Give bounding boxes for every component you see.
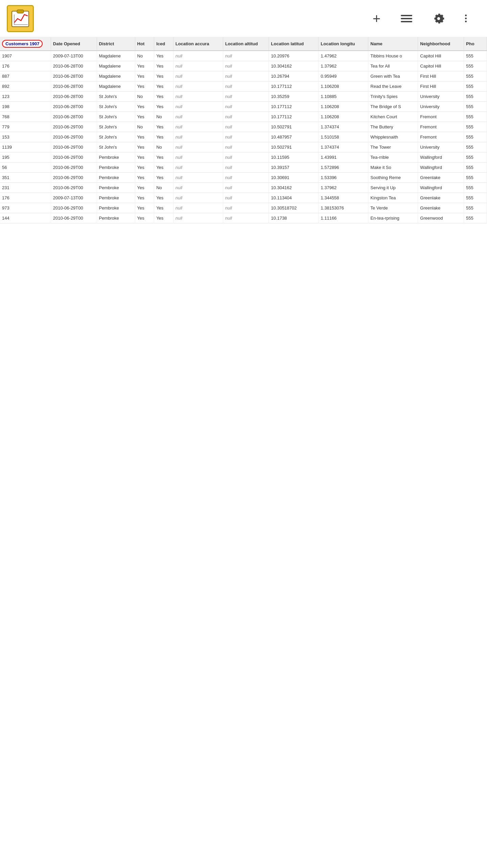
table-row[interactable]: 1762010-06-28T00MagdaleneYesYesnullnull1… <box>0 61 487 71</box>
table-cell: 2010-06-29T00 <box>51 203 97 213</box>
table-cell: null <box>223 173 269 183</box>
col-header-iced[interactable]: Iced <box>154 37 173 51</box>
table-cell: null <box>223 51 269 61</box>
table-cell: null <box>223 163 269 173</box>
table-cell: 153 <box>0 132 51 142</box>
table-cell: 10.487957 <box>269 132 319 142</box>
table-cell: St John's <box>97 112 135 122</box>
table-cell: The Buttery <box>368 122 418 132</box>
table-row[interactable]: 1532010-06-29T00St John'sYesYesnullnull1… <box>0 132 487 142</box>
table-cell: 1907 <box>0 51 51 61</box>
table-cell: Serving it Up <box>368 183 418 193</box>
table-cell: Yes <box>154 213 173 223</box>
table-cell: St John's <box>97 92 135 102</box>
settings-button[interactable] <box>433 13 445 25</box>
col-header-location-altitude[interactable]: Location altitud <box>223 37 269 51</box>
table-cell: 123 <box>0 92 51 102</box>
table-cell: 555 <box>464 112 487 122</box>
table-row[interactable]: 8922010-06-28T00MagdaleneYesYesnullnull1… <box>0 81 487 92</box>
table-cell: 2010-06-29T00 <box>51 213 97 223</box>
table-cell: St John's <box>97 132 135 142</box>
table-row[interactable]: 1232010-06-28T00St John'sNoYesnullnull10… <box>0 92 487 102</box>
table-cell: 2010-06-29T00 <box>51 142 97 152</box>
add-button[interactable]: + <box>373 12 380 25</box>
table-row[interactable]: 11392010-06-29T00St John'sYesNonullnull1… <box>0 142 487 152</box>
table-cell: First Hill <box>418 71 464 81</box>
table-cell: 10.39157 <box>269 163 319 173</box>
table-row[interactable]: 9732010-06-29T00PembrokeYesYesnullnull10… <box>0 203 487 213</box>
table-cell: Magdalene <box>97 81 135 92</box>
col-header-customers[interactable]: Customers 1907 <box>0 37 51 51</box>
customers-table: Customers 1907 Date Opened District Hot … <box>0 37 487 223</box>
table-cell: 555 <box>464 193 487 203</box>
table-cell: 555 <box>464 102 487 112</box>
table-cell: Yes <box>135 173 154 183</box>
table-cell: 10.20976 <box>269 51 319 61</box>
table-cell: Yes <box>135 163 154 173</box>
col-header-neighborhood[interactable]: Neighborhood <box>418 37 464 51</box>
table-row[interactable]: 1762009-07-13T00PembrokeYesYesnullnull10… <box>0 193 487 203</box>
table-cell: null <box>173 112 223 122</box>
col-header-location-latitude[interactable]: Location latitud <box>269 37 319 51</box>
col-header-district[interactable]: District <box>97 37 135 51</box>
table-cell: null <box>173 152 223 163</box>
table-cell: 2010-06-29T00 <box>51 183 97 193</box>
table-cell: The Tower <box>368 142 418 152</box>
table-cell: 10.177112 <box>269 112 319 122</box>
table-cell: Yes <box>135 112 154 122</box>
table-cell: Magdalene <box>97 61 135 71</box>
table-row[interactable]: 3512010-06-29T00PembrokeYesYesnullnull10… <box>0 173 487 183</box>
table-row[interactable]: 2312010-06-29T00PembrokeYesNonullnull10.… <box>0 183 487 193</box>
table-cell: No <box>154 112 173 122</box>
more-button[interactable] <box>465 15 467 22</box>
table-row[interactable]: 1442010-06-29T00PembrokeYesYesnullnull10… <box>0 213 487 223</box>
table-cell: 351 <box>0 173 51 183</box>
table-cell: Yes <box>154 61 173 71</box>
table-cell: null <box>223 92 269 102</box>
col-header-location-accuracy[interactable]: Location accura <box>173 37 223 51</box>
table-cell: 1.344558 <box>319 193 368 203</box>
table-cell: Wallingford <box>418 152 464 163</box>
table-cell: Green with Tea <box>368 71 418 81</box>
col-header-date-opened[interactable]: Date Opened <box>51 37 97 51</box>
table-cell: Yes <box>154 71 173 81</box>
table-row[interactable]: 562010-06-29T00PembrokeYesYesnullnull10.… <box>0 163 487 173</box>
table-cell: 2010-06-28T00 <box>51 61 97 71</box>
table-cell: Pembroke <box>97 193 135 203</box>
table-cell: 892 <box>0 81 51 92</box>
table-row[interactable]: 8872010-06-28T00MagdaleneYesYesnullnull1… <box>0 71 487 81</box>
table-cell: Yes <box>154 51 173 61</box>
table-cell: 555 <box>464 51 487 61</box>
table-cell: 10.177112 <box>269 81 319 92</box>
svg-rect-1 <box>17 10 24 13</box>
table-cell: null <box>223 203 269 213</box>
table-row[interactable]: 1982010-06-28T00St John'sYesYesnullnull1… <box>0 102 487 112</box>
plus-icon: + <box>373 12 380 25</box>
table-row[interactable]: 7792010-06-29T00St John'sNoYesnullnull10… <box>0 122 487 132</box>
table-row[interactable]: 19072009-07-13T00MagdaleneNoYesnullnull1… <box>0 51 487 61</box>
table-cell: Fremont <box>418 132 464 142</box>
table-cell: 1.11166 <box>319 213 368 223</box>
table-cell: null <box>223 71 269 81</box>
table-cell: null <box>173 132 223 142</box>
table-cell: null <box>223 142 269 152</box>
table-cell: Tea-rrible <box>368 152 418 163</box>
menu-button[interactable] <box>401 15 412 22</box>
col-header-hot[interactable]: Hot <box>135 37 154 51</box>
table-cell: 2010-06-28T00 <box>51 102 97 112</box>
table-row[interactable]: 7682010-06-28T00St John'sYesNonullnull10… <box>0 112 487 122</box>
table-cell: null <box>173 92 223 102</box>
col-header-location-longitude[interactable]: Location longitu <box>319 37 368 51</box>
table-cell: Yes <box>135 61 154 71</box>
table-cell: Tibbins House o <box>368 51 418 61</box>
table-row[interactable]: 1952010-06-29T00PembrokeYesYesnullnull10… <box>0 152 487 163</box>
table-cell: 1.47962 <box>319 51 368 61</box>
table-cell: Kingston Tea <box>368 193 418 203</box>
table-cell: 2010-06-29T00 <box>51 132 97 142</box>
col-header-name[interactable]: Name <box>368 37 418 51</box>
table-cell: Trinity's Spies <box>368 92 418 102</box>
table-cell: Fremont <box>418 122 464 132</box>
col-header-phone[interactable]: Pho <box>464 37 487 51</box>
table-cell: 10.30518702 <box>269 203 319 213</box>
table-cell: 768 <box>0 112 51 122</box>
